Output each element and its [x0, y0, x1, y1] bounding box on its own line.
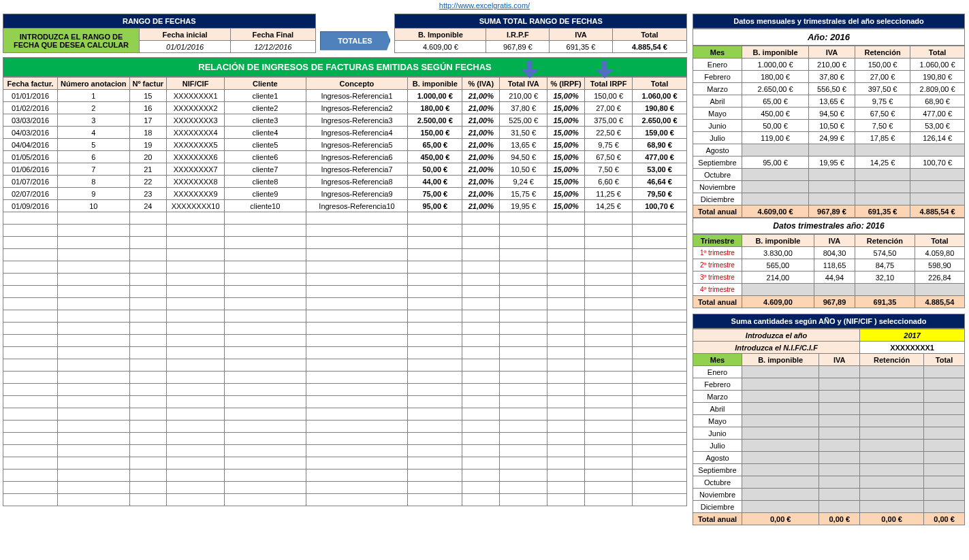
cell[interactable]: [462, 225, 500, 237]
cell[interactable]: [547, 408, 585, 421]
cell[interactable]: 450,00 €: [408, 151, 462, 163]
cell[interactable]: cliente9: [225, 188, 306, 200]
cell[interactable]: [225, 347, 306, 359]
table-row[interactable]: [3, 298, 687, 310]
cell[interactable]: [306, 286, 408, 298]
cell[interactable]: [547, 482, 585, 494]
cell[interactable]: [225, 298, 306, 310]
cell[interactable]: [225, 445, 306, 457]
cell[interactable]: [633, 445, 687, 457]
table-row[interactable]: 01/01/2016115XXXXXXXX1cliente1Ingresos-R…: [3, 90, 687, 102]
cell[interactable]: [57, 237, 129, 249]
cell[interactable]: [306, 212, 408, 225]
cell[interactable]: [3, 494, 58, 506]
cell[interactable]: 04/03/2016: [3, 127, 58, 139]
source-link[interactable]: http://www.excelgratis.com/: [439, 1, 530, 10]
cell[interactable]: [585, 421, 633, 433]
cell[interactable]: 9,75 €: [585, 139, 633, 151]
cell[interactable]: 15,00%: [547, 188, 585, 200]
cell[interactable]: 15,00%: [547, 90, 585, 102]
cell[interactable]: [500, 384, 547, 396]
cell[interactable]: 23: [129, 188, 167, 200]
cell[interactable]: [500, 372, 547, 384]
cell[interactable]: [129, 482, 167, 494]
cell[interactable]: [129, 237, 167, 249]
cell[interactable]: [462, 445, 500, 457]
table-row[interactable]: [3, 408, 687, 421]
cell[interactable]: [585, 372, 633, 384]
cell[interactable]: [225, 249, 306, 261]
cell[interactable]: [129, 457, 167, 470]
cell[interactable]: [633, 323, 687, 335]
cell[interactable]: 15,00%: [547, 151, 585, 163]
table-row[interactable]: 04/04/2016519XXXXXXXX5cliente5Ingresos-R…: [3, 139, 687, 151]
cell[interactable]: [500, 335, 547, 347]
cell[interactable]: [167, 457, 225, 470]
cell[interactable]: [167, 298, 225, 310]
cell[interactable]: [633, 274, 687, 286]
cell[interactable]: 02/07/2016: [3, 188, 58, 200]
cell[interactable]: [462, 212, 500, 225]
cell[interactable]: [3, 274, 58, 286]
cell[interactable]: [408, 457, 462, 470]
cell[interactable]: [547, 347, 585, 359]
cell[interactable]: [57, 212, 129, 225]
cell[interactable]: [462, 457, 500, 470]
table-row[interactable]: 01/09/20161024XXXXXXXX10cliente10Ingreso…: [3, 200, 687, 212]
cell[interactable]: [500, 225, 547, 237]
cell[interactable]: [585, 445, 633, 457]
cell[interactable]: [129, 323, 167, 335]
cell[interactable]: [462, 482, 500, 494]
cell[interactable]: 01/01/2016: [3, 90, 58, 102]
cell[interactable]: [3, 470, 58, 482]
cell[interactable]: [167, 445, 225, 457]
cell[interactable]: [408, 494, 462, 506]
cell[interactable]: [547, 372, 585, 384]
cell[interactable]: [500, 237, 547, 249]
cell[interactable]: [167, 421, 225, 433]
cell[interactable]: 13,65 €: [500, 139, 547, 151]
cell[interactable]: [57, 482, 129, 494]
cell[interactable]: [408, 384, 462, 396]
cell[interactable]: [167, 408, 225, 421]
cell[interactable]: [547, 457, 585, 470]
cell[interactable]: [585, 323, 633, 335]
cell[interactable]: [129, 396, 167, 408]
cell[interactable]: XXXXXXXX1: [167, 90, 225, 102]
cell[interactable]: [225, 225, 306, 237]
cell[interactable]: 15,00%: [547, 139, 585, 151]
cell[interactable]: 15,75 €: [500, 188, 547, 200]
cell[interactable]: 190,80 €: [633, 102, 687, 114]
cell[interactable]: 21,00%: [462, 176, 500, 188]
cell[interactable]: [547, 396, 585, 408]
cell[interactable]: [306, 249, 408, 261]
cell[interactable]: XXXXXXXX8: [167, 176, 225, 188]
cell[interactable]: [167, 359, 225, 372]
nif-year-input[interactable]: 2017: [860, 329, 965, 342]
cell[interactable]: [408, 335, 462, 347]
cell[interactable]: Ingresos-Referencia4: [306, 127, 408, 139]
cell[interactable]: [462, 408, 500, 421]
cell[interactable]: 67,50 €: [585, 151, 633, 163]
cell[interactable]: [57, 310, 129, 323]
cell[interactable]: XXXXXXXX9: [167, 188, 225, 200]
cell[interactable]: 5: [57, 139, 129, 151]
cell[interactable]: cliente6: [225, 151, 306, 163]
cell[interactable]: [408, 482, 462, 494]
cell[interactable]: 11,25 €: [585, 188, 633, 200]
cell[interactable]: 03/03/2016: [3, 114, 58, 127]
cell[interactable]: [167, 323, 225, 335]
cell[interactable]: [3, 408, 58, 421]
cell[interactable]: [225, 396, 306, 408]
cell[interactable]: [57, 347, 129, 359]
cell[interactable]: [585, 249, 633, 261]
cell[interactable]: [408, 237, 462, 249]
cell[interactable]: [129, 261, 167, 274]
cell[interactable]: [500, 408, 547, 421]
cell[interactable]: [585, 286, 633, 298]
cell[interactable]: [225, 372, 306, 384]
cell[interactable]: [547, 359, 585, 372]
cell[interactable]: [462, 421, 500, 433]
cell[interactable]: [57, 408, 129, 421]
cell[interactable]: XXXXXXXX4: [167, 127, 225, 139]
